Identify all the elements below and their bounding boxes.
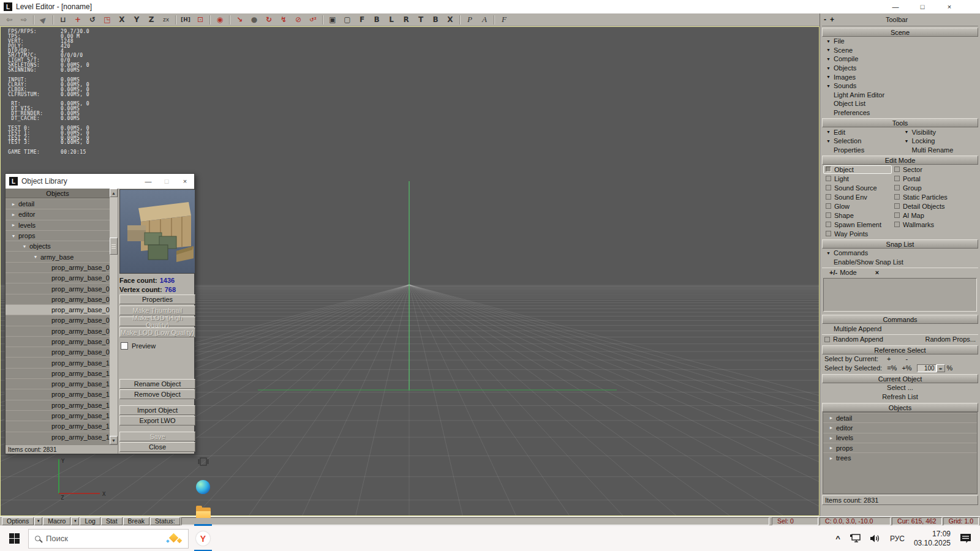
select-current-minus-button[interactable]: - — [905, 355, 908, 362]
tree-item-prop-army-base-08[interactable]: prop_army_base_08 — [6, 336, 110, 347]
view-back-button[interactable]: B — [369, 14, 384, 25]
tree-item-prop-army-base-07[interactable]: prop_army_base_07 — [6, 326, 110, 336]
edit-mode-sound-env[interactable]: Sound Env — [823, 193, 892, 201]
network-icon[interactable] — [850, 534, 861, 543]
options-button[interactable]: Options — [2, 517, 34, 525]
view-top-button[interactable]: T — [413, 14, 428, 25]
file-explorer-button[interactable] — [189, 500, 217, 526]
notification-center-icon[interactable] — [960, 533, 971, 544]
tree-item-objects[interactable]: ▼objects — [6, 241, 110, 251]
rotate-snap-icon[interactable]: ↻ — [262, 14, 276, 25]
tree-item-prop-army-base-02[interactable]: prop_army_base_02 — [6, 272, 110, 283]
random-append-checkbox[interactable] — [824, 337, 830, 342]
properties-button[interactable]: Properties — [119, 294, 195, 304]
view-bottom-button[interactable]: B — [428, 14, 443, 25]
tree-item-prop-army-base-04[interactable]: prop_army_base_04 — [6, 294, 110, 304]
tools-item-multi-rename[interactable]: Multi Rename — [900, 146, 979, 155]
edit-mode-portal[interactable]: Portal — [892, 174, 923, 183]
normal-align-icon[interactable]: ⊘ — [291, 14, 306, 25]
edit-mode-shape[interactable]: Shape — [823, 211, 892, 220]
edit-mode-section-header[interactable]: Edit Mode — [822, 156, 978, 165]
object-preview-thumbnail[interactable] — [119, 189, 195, 274]
scene-item-images[interactable]: ▼Images — [822, 72, 978, 81]
stat-button[interactable]: Stat — [101, 517, 123, 525]
enable-snap-list-item[interactable]: Enable/Show Snap List — [822, 258, 978, 267]
edit-mode-ai-map[interactable]: AI Map — [892, 211, 927, 220]
remove-object-button[interactable]: Remove Object — [119, 389, 195, 399]
tools-item-properties[interactable]: Properties — [822, 146, 900, 155]
reference-select-header[interactable]: Reference Select — [822, 345, 978, 354]
save-button[interactable]: Save — [119, 432, 195, 441]
freeze-mode-icon[interactable]: F — [497, 14, 511, 25]
panel-tree-item-levels[interactable]: ►levels — [823, 433, 977, 443]
snap-list-box[interactable] — [823, 278, 977, 312]
scene-item-sounds[interactable]: ▼Sounds — [822, 81, 978, 91]
axis-zx-button[interactable]: zx — [159, 14, 173, 25]
dialog-maximize-button[interactable]: □ — [157, 174, 176, 189]
export-lwo-button[interactable]: Export LWO — [119, 416, 195, 425]
tree-item-prop-army-base-05[interactable]: prop_army_base_05 — [6, 304, 110, 315]
mirror-icon[interactable]: [H] — [178, 14, 193, 25]
snap-list-section-header[interactable]: Snap List — [822, 239, 978, 249]
rotate-step-icon[interactable]: ↺² — [306, 14, 320, 25]
taskbar-search-box[interactable]: Поиск — [28, 529, 189, 549]
tree-item-prop-army-base-17[interactable]: prop_army_base_17 — [6, 432, 110, 442]
pan-view-icon[interactable]: ⊔ — [56, 14, 70, 25]
scene-item-compile[interactable]: ▼Compile — [822, 54, 978, 64]
random-props-button[interactable]: Random Props... — [925, 335, 976, 343]
panel-expand-button[interactable]: + — [830, 15, 834, 24]
close-dialog-button[interactable]: Close — [119, 442, 195, 452]
scrollbar-track[interactable] — [110, 197, 118, 436]
tree-item-levels[interactable]: ►levels — [6, 220, 110, 230]
nav-back-icon[interactable]: ⇦ — [2, 14, 17, 25]
select-object-item[interactable]: Select ... — [822, 383, 978, 392]
panel-tree-item-detail[interactable]: ►detail — [823, 413, 977, 422]
tree-item-prop-army-base-03[interactable]: prop_army_base_03 — [6, 283, 110, 293]
snap-move-icon[interactable]: ↘ — [232, 14, 247, 25]
select-pointer-icon[interactable]: ▶ — [36, 14, 51, 25]
edit-mode-sector[interactable]: Sector — [892, 165, 925, 174]
spinner-arrows-icon[interactable]: ◂▸ — [937, 364, 945, 372]
tree-item-prop-army-base-16[interactable]: prop_army_base_16 — [6, 421, 110, 431]
scene-item-object-list[interactable]: Object List — [822, 99, 978, 108]
hidden-icons-chevron[interactable]: ^ — [835, 534, 840, 543]
make-lod-low-button[interactable]: Make LOD (Low Quality) — [119, 328, 195, 337]
tools-item-edit[interactable]: ▼Edit — [822, 127, 900, 137]
scroll-up-icon[interactable]: ▲ — [110, 189, 118, 197]
edit-mode-wallmarks[interactable]: Wallmarks — [892, 220, 937, 229]
scale-tool-icon[interactable]: ◳ — [100, 14, 115, 25]
tree-item-prop-army-base-12[interactable]: prop_army_base_12 — [6, 378, 110, 389]
tools-section-header[interactable]: Tools — [822, 118, 978, 127]
options-dropdown-icon[interactable]: ▼ — [34, 517, 42, 525]
tree-item-prop-army-base-01[interactable]: prop_army_base_01 — [6, 262, 110, 272]
commands-section-header[interactable]: Commands — [822, 315, 978, 324]
view-left-button[interactable]: L — [384, 14, 399, 25]
edit-mode-object[interactable]: Object — [823, 165, 892, 174]
scene-item-light-anim-editor[interactable]: Light Anim Editor — [822, 91, 978, 100]
angle-mode-icon[interactable]: A — [477, 14, 492, 25]
object-tree-scrollbar[interactable]: ▲ ▼ — [110, 189, 118, 444]
tree-item-prop-army-base-10[interactable]: prop_army_base_10 — [6, 357, 110, 367]
edit-mode-detail-objects[interactable]: Detail Objects — [892, 202, 947, 211]
edit-mode-glow[interactable]: Glow — [823, 202, 892, 211]
import-object-button[interactable]: Import Object — [119, 405, 195, 415]
scene-item-file[interactable]: ▼File — [822, 37, 978, 46]
pivot-mode-icon[interactable]: P — [462, 14, 477, 25]
scene-section-header[interactable]: Scene — [822, 28, 978, 37]
minimize-button[interactable]: — — [882, 0, 909, 13]
tree-item-prop-army-base-06[interactable]: prop_army_base_06 — [6, 315, 110, 325]
rotate-tool-icon[interactable]: ↺ — [85, 14, 100, 25]
tree-item-prop-army-base-13[interactable]: prop_army_base_13 — [6, 389, 110, 399]
break-button[interactable]: Break — [123, 517, 149, 525]
view-right-button[interactable]: R — [399, 14, 413, 25]
edit-mode-spawn-element[interactable]: Spawn Element — [823, 220, 892, 229]
nav-forward-icon[interactable]: ⇨ — [17, 14, 31, 25]
tree-item-editor[interactable]: ►editor — [6, 209, 110, 219]
scrollbar-thumb[interactable] — [110, 238, 118, 255]
tree-item-props[interactable]: ▼props — [6, 230, 110, 241]
tools-item-selection[interactable]: ▼Selection — [822, 137, 900, 146]
panel-tree-item-trees[interactable]: ►trees — [823, 452, 977, 462]
language-indicator[interactable]: РУС — [890, 534, 905, 543]
snap-point-icon[interactable]: ◉ — [213, 14, 227, 25]
dialog-minimize-button[interactable]: — — [139, 174, 157, 189]
